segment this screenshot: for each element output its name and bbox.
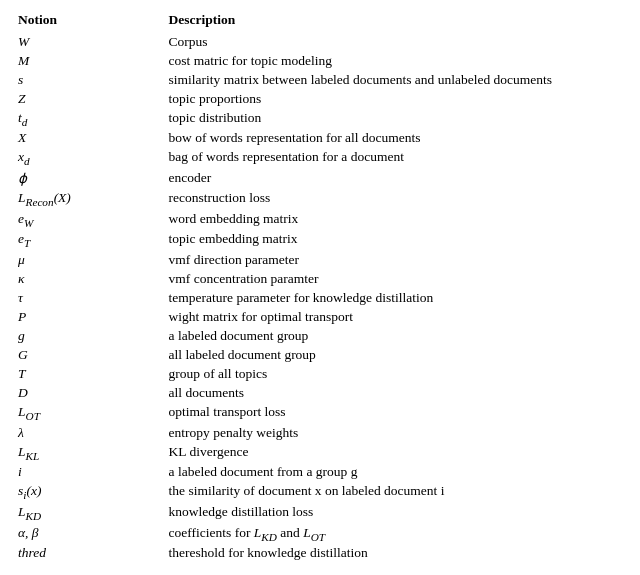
description-cell: cost matric for topic modeling bbox=[169, 51, 622, 70]
table-row: Xbow of words representation for all doc… bbox=[18, 129, 622, 148]
table-row: Pwight matrix for optimal transport bbox=[18, 307, 622, 326]
notion-cell: eW bbox=[18, 209, 169, 230]
description-cell: reconstruction loss bbox=[169, 188, 622, 209]
description-cell: the similarity of document x on labeled … bbox=[169, 482, 622, 503]
table-row: ia labeled document from a group g bbox=[18, 463, 622, 482]
table-row: eTtopic embedding matrix bbox=[18, 230, 622, 251]
table-row: LKDknowledge distillation loss bbox=[18, 503, 622, 524]
notion-cell: ϕ bbox=[18, 168, 169, 188]
table-row: WCorpus bbox=[18, 32, 622, 51]
notion-cell: τ bbox=[18, 288, 169, 307]
header-description: Description bbox=[169, 10, 622, 32]
table-row: LKLKL divergence bbox=[18, 442, 622, 463]
table-row: Tgroup of all topics bbox=[18, 364, 622, 383]
notion-cell: thred bbox=[18, 544, 169, 563]
table-row: τtemperature parameter for knowledge dis… bbox=[18, 288, 622, 307]
table-row: Mcost matric for topic modeling bbox=[18, 51, 622, 70]
description-cell: all documents bbox=[169, 383, 622, 402]
notion-cell: xd bbox=[18, 148, 169, 169]
notion-cell: M bbox=[18, 51, 169, 70]
notion-cell: LKD bbox=[18, 503, 169, 524]
description-cell: Corpus bbox=[169, 32, 622, 51]
table-row: ϕencoder bbox=[18, 168, 622, 188]
notion-cell: D bbox=[18, 383, 169, 402]
notion-cell: si(x) bbox=[18, 482, 169, 503]
notion-cell: X bbox=[18, 129, 169, 148]
notion-cell: LOT bbox=[18, 402, 169, 423]
description-cell: encoder bbox=[169, 168, 622, 188]
description-cell: similarity matrix between labeled docume… bbox=[169, 70, 622, 89]
notion-cell: i bbox=[18, 463, 169, 482]
header-notion: Notion bbox=[18, 10, 169, 32]
description-cell: temperature parameter for knowledge dist… bbox=[169, 288, 622, 307]
table-row: eWword embedding matrix bbox=[18, 209, 622, 230]
table-row: LRecon(X)reconstruction loss bbox=[18, 188, 622, 209]
table-row: α, βcoefficients for LKD and LOT bbox=[18, 523, 622, 544]
notion-cell: T bbox=[18, 364, 169, 383]
notion-cell: λ bbox=[18, 423, 169, 442]
description-cell: group of all topics bbox=[169, 364, 622, 383]
description-cell: coefficients for LKD and LOT bbox=[169, 523, 622, 544]
table-row: Ztopic proportions bbox=[18, 89, 622, 108]
description-cell: wight matrix for optimal transport bbox=[169, 307, 622, 326]
notion-cell: G bbox=[18, 345, 169, 364]
notion-cell: LRecon(X) bbox=[18, 188, 169, 209]
table-row: tdtopic distribution bbox=[18, 108, 622, 129]
description-cell: all labeled document group bbox=[169, 345, 622, 364]
table-row: ga labeled document group bbox=[18, 326, 622, 345]
notion-cell: g bbox=[18, 326, 169, 345]
notion-cell: P bbox=[18, 307, 169, 326]
notion-cell: LKL bbox=[18, 442, 169, 463]
table-row: μvmf direction parameter bbox=[18, 250, 622, 269]
table-row: xdbag of words representation for a docu… bbox=[18, 148, 622, 169]
notion-cell: eT bbox=[18, 230, 169, 251]
notion-cell: κ bbox=[18, 269, 169, 288]
notion-cell: W bbox=[18, 32, 169, 51]
description-cell: knowledge distillation loss bbox=[169, 503, 622, 524]
table-row: si(x)the similarity of document x on lab… bbox=[18, 482, 622, 503]
description-cell: vmf direction parameter bbox=[169, 250, 622, 269]
description-cell: a labeled document group bbox=[169, 326, 622, 345]
table-row: κvmf concentration paramter bbox=[18, 269, 622, 288]
notion-cell: Z bbox=[18, 89, 169, 108]
description-cell: thereshold for knowledge distillation bbox=[169, 544, 622, 563]
notion-cell: α, β bbox=[18, 523, 169, 544]
description-cell: topic proportions bbox=[169, 89, 622, 108]
table-row: Dall documents bbox=[18, 383, 622, 402]
table-row: λentropy penalty weights bbox=[18, 423, 622, 442]
description-cell: a labeled document from a group g bbox=[169, 463, 622, 482]
description-cell: topic embedding matrix bbox=[169, 230, 622, 251]
description-cell: entropy penalty weights bbox=[169, 423, 622, 442]
description-cell: vmf concentration paramter bbox=[169, 269, 622, 288]
description-cell: optimal transport loss bbox=[169, 402, 622, 423]
description-cell: bow of words representation for all docu… bbox=[169, 129, 622, 148]
notion-cell: μ bbox=[18, 250, 169, 269]
description-cell: bag of words representation for a docume… bbox=[169, 148, 622, 169]
description-cell: topic distribution bbox=[169, 108, 622, 129]
table-row: thredthereshold for knowledge distillati… bbox=[18, 544, 622, 563]
table-row: LOToptimal transport loss bbox=[18, 402, 622, 423]
table-row: ssimilarity matrix between labeled docum… bbox=[18, 70, 622, 89]
table-row: Gall labeled document group bbox=[18, 345, 622, 364]
description-cell: word embedding matrix bbox=[169, 209, 622, 230]
notion-cell: s bbox=[18, 70, 169, 89]
description-cell: KL divergence bbox=[169, 442, 622, 463]
notion-cell: td bbox=[18, 108, 169, 129]
